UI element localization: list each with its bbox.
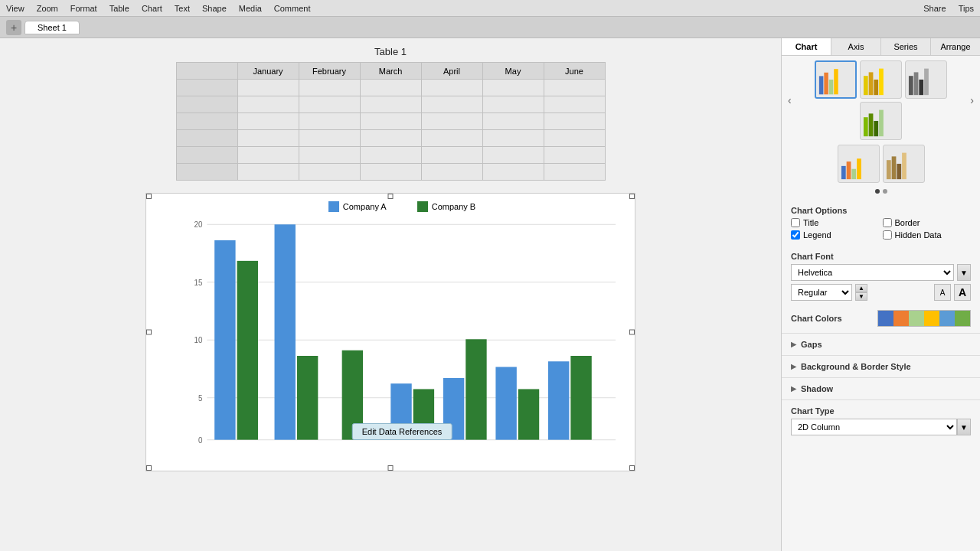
table-cell[interactable] [482, 80, 544, 96]
handle-br[interactable] [629, 465, 635, 471]
option-legend-checkbox[interactable] [791, 230, 800, 240]
chart-style-6[interactable] [883, 145, 925, 183]
chart-type-select[interactable]: 2D Column [791, 419, 957, 435]
color-swatch-1[interactable] [878, 311, 893, 326]
chart-type-dropdown-arrow[interactable]: ▼ [957, 419, 971, 435]
add-sheet-button[interactable]: + [6, 20, 21, 35]
menu-chart[interactable]: Chart [142, 4, 162, 13]
handle-tl[interactable] [146, 194, 152, 199]
table-cell[interactable] [237, 147, 299, 164]
table-cell[interactable] [544, 164, 605, 181]
background-border-header[interactable]: ▶ Background & Border Style [782, 356, 980, 377]
table-cell[interactable] [176, 147, 237, 164]
font-size-small-btn[interactable]: A [934, 284, 951, 301]
table-cell[interactable] [544, 130, 605, 147]
color-swatch-4[interactable] [924, 311, 939, 326]
font-name-select[interactable]: Helvetica [791, 264, 954, 281]
chart-style-5[interactable] [838, 145, 880, 183]
font-style-arrows: ▲ ▼ [855, 284, 867, 301]
handle-mr[interactable] [629, 330, 635, 335]
table-cell[interactable] [299, 147, 360, 164]
menu-text[interactable]: Text [175, 4, 190, 13]
color-swatch-5[interactable] [939, 311, 955, 326]
table-cell[interactable] [360, 147, 421, 164]
menu-comment[interactable]: Comment [274, 4, 311, 13]
font-name-dropdown-arrow[interactable]: ▼ [957, 264, 971, 281]
table-cell[interactable] [299, 130, 360, 147]
font-style-select[interactable]: Regular [791, 284, 852, 301]
menu-share[interactable]: Share [923, 4, 946, 13]
table-cell[interactable] [421, 96, 482, 113]
menu-media[interactable]: Media [239, 4, 262, 13]
table-cell[interactable] [482, 164, 544, 181]
gaps-header[interactable]: ▶ Gaps [782, 334, 980, 355]
menu-zoom[interactable]: Zoom [37, 4, 58, 13]
table-cell[interactable] [360, 113, 421, 130]
table-cell[interactable] [299, 113, 360, 130]
option-border-checkbox[interactable] [883, 218, 892, 227]
table-cell[interactable] [421, 113, 482, 130]
table-cell[interactable] [421, 130, 482, 147]
chart-style-3[interactable] [905, 60, 947, 99]
menu-view[interactable]: View [6, 4, 24, 13]
sheet-tab-1[interactable]: Sheet 1 [24, 21, 80, 34]
table-cell[interactable] [544, 147, 605, 164]
table-cell[interactable] [544, 80, 605, 96]
menu-format[interactable]: Format [70, 4, 97, 13]
handle-tr[interactable] [629, 194, 635, 199]
tab-axis[interactable]: Axis [831, 38, 881, 55]
menu-shape[interactable]: Shape [202, 4, 227, 13]
handle-tm[interactable] [388, 194, 394, 199]
option-title-checkbox[interactable] [791, 218, 800, 227]
table-cell[interactable] [299, 164, 360, 181]
font-size-large-btn[interactable]: A [954, 284, 971, 301]
chart-style-1[interactable] [815, 60, 857, 99]
table-cell[interactable] [299, 80, 360, 96]
menu-table[interactable]: Table [109, 4, 129, 13]
tab-series[interactable]: Series [881, 38, 931, 55]
table-cell[interactable] [360, 96, 421, 113]
table-cell[interactable] [544, 96, 605, 113]
table-cell[interactable] [360, 164, 421, 181]
handle-bl[interactable] [146, 465, 152, 471]
table-cell[interactable] [482, 96, 544, 113]
table-cell[interactable] [176, 130, 237, 147]
chart-style-4[interactable] [860, 102, 902, 140]
color-swatch-3[interactable] [909, 311, 924, 326]
color-swatch-2[interactable] [893, 311, 909, 326]
table-cell[interactable] [421, 164, 482, 181]
table-cell[interactable] [544, 113, 605, 130]
table-cell[interactable] [421, 80, 482, 96]
table-cell[interactable] [482, 147, 544, 164]
table-cell[interactable] [176, 96, 237, 113]
table-cell[interactable] [176, 80, 237, 96]
svg-rect-23 [819, 76, 824, 94]
table-cell[interactable] [237, 130, 299, 147]
table-cell[interactable] [237, 164, 299, 181]
edit-data-tooltip[interactable]: Edit Data References [352, 423, 452, 440]
handle-bm[interactable] [388, 465, 394, 471]
handle-ml[interactable] [146, 330, 152, 335]
table-cell[interactable] [176, 164, 237, 181]
table-cell[interactable] [299, 96, 360, 113]
table-cell[interactable] [421, 147, 482, 164]
font-style-down[interactable]: ▼ [855, 292, 867, 301]
table-cell[interactable] [237, 80, 299, 96]
chart-style-2[interactable] [860, 60, 902, 99]
table-cell[interactable] [482, 113, 544, 130]
shadow-header[interactable]: ▶ Shadow [782, 378, 980, 399]
color-swatch-6[interactable] [955, 311, 970, 326]
table-cell[interactable] [360, 130, 421, 147]
font-style-up[interactable]: ▲ [855, 284, 867, 292]
table-cell[interactable] [176, 113, 237, 130]
table-cell[interactable] [237, 113, 299, 130]
tab-chart[interactable]: Chart [782, 38, 831, 55]
menu-tips[interactable]: Tips [959, 4, 974, 13]
table-cell[interactable] [360, 80, 421, 96]
tab-arrange[interactable]: Arrange [931, 38, 980, 55]
option-hidden-data-checkbox[interactable] [883, 230, 892, 240]
table-cell[interactable] [482, 130, 544, 147]
styles-nav-next[interactable]: › [970, 94, 974, 106]
table-cell[interactable] [237, 96, 299, 113]
color-palette[interactable] [877, 310, 971, 327]
